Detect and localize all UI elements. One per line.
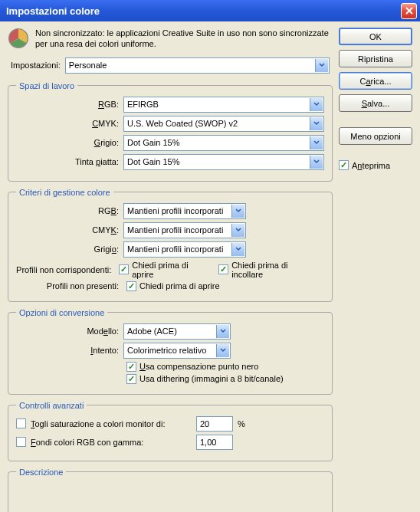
ask-open-checkbox[interactable]	[119, 264, 129, 274]
ask-paste-checkbox[interactable]	[218, 264, 228, 274]
chevron-down-icon	[310, 117, 323, 130]
chevron-down-icon	[310, 136, 323, 149]
chevron-down-icon	[231, 243, 244, 256]
policy-rgb-label: RGB:	[16, 206, 123, 215]
dither-label: Usa dithering (immagini a 8 bit/canale)	[139, 374, 284, 383]
blend-checkbox[interactable]	[16, 437, 26, 447]
intent-select[interactable]: Colorimetrico relativo	[123, 343, 231, 359]
description-legend: Descrizione	[16, 468, 66, 477]
sync-warning: Non sincronizzato: le applicazioni Creat…	[8, 28, 333, 50]
conversion-group: Opzioni di conversione Modello: Adobe (A…	[8, 308, 333, 395]
window-title: Impostazioni colore	[6, 5, 401, 17]
cmyk-label: CMYK:	[16, 119, 123, 128]
desat-unit: %	[238, 419, 245, 428]
settings-label: Impostazioni:	[11, 61, 61, 70]
policy-cmyk-label: CMYK:	[16, 225, 123, 235]
bpc-checkbox[interactable]	[126, 362, 136, 372]
settings-value: Personale	[69, 61, 107, 70]
desat-input[interactable]	[196, 416, 233, 432]
spot-select[interactable]: Dot Gain 15%	[123, 154, 324, 170]
workspaces-legend: Spazi di lavoro	[16, 81, 77, 90]
chevron-down-icon	[216, 344, 229, 357]
settings-select[interactable]: Personale	[65, 57, 330, 74]
missing-label: Profili non presenti:	[16, 281, 123, 290]
chevron-down-icon	[231, 224, 244, 237]
titlebar: Impostazioni colore	[0, 0, 420, 21]
workspaces-group: Spazi di lavoro RGB: EFIRGB CMYK: U.S. W…	[8, 81, 333, 182]
dialog-content: Non sincronizzato: le applicazioni Creat…	[0, 21, 420, 512]
intent-label: Intento:	[16, 346, 123, 355]
cmyk-select[interactable]: U.S. Web Coated (SWOP) v2	[123, 116, 324, 132]
preview-checkbox[interactable]	[339, 160, 349, 170]
chevron-down-icon	[231, 205, 244, 218]
fewer-options-button[interactable]: Meno opzioni	[339, 127, 412, 145]
rgb-select[interactable]: EFIRGB	[123, 97, 324, 113]
engine-select[interactable]: Adobe (ACE)	[123, 323, 231, 340]
ask-open2-checkbox[interactable]	[126, 281, 136, 291]
left-panel: Non sincronizzato: le applicazioni Creat…	[8, 28, 333, 512]
chevron-down-icon	[216, 325, 229, 338]
bpc-label: Usa compensazione punto nero	[139, 362, 258, 371]
desat-label: Togli saturazione a colori monitor di:	[31, 419, 192, 428]
chevron-down-icon	[310, 156, 323, 169]
advanced-legend: Controlli avanzati	[16, 401, 87, 410]
sync-icon	[8, 28, 29, 49]
gray-select[interactable]: Dot Gain 15%	[123, 135, 324, 151]
policies-legend: Criteri di gestione colore	[16, 188, 113, 197]
load-button[interactable]: Carica...	[339, 72, 412, 90]
chevron-down-icon	[315, 59, 328, 72]
ask-open-label: Chiedi prima di aprire	[132, 261, 206, 279]
right-panel: OK Ripristina Carica... Salva... Meno op…	[339, 28, 412, 512]
close-button[interactable]	[401, 3, 417, 19]
conversion-legend: Opzioni di conversione	[16, 308, 107, 317]
sync-text: Non sincronizzato: le applicazioni Creat…	[35, 28, 333, 50]
ask-paste-label: Chiedi prima di incollare	[231, 261, 315, 279]
close-icon	[405, 6, 414, 15]
advanced-group: Controlli avanzati Togli saturazione a c…	[8, 401, 333, 461]
policy-gray-select[interactable]: Mantieni profili incorporati	[123, 241, 246, 258]
spot-label: Tinta piatta:	[16, 157, 123, 166]
ask-open2-label: Chiedi prima di aprire	[139, 281, 220, 290]
policies-group: Criteri di gestione colore RGB: Mantieni…	[8, 188, 333, 302]
ok-button[interactable]: OK	[339, 28, 412, 45]
rgb-label: RGB:	[16, 100, 123, 109]
desat-checkbox[interactable]	[16, 418, 26, 428]
chevron-down-icon	[310, 98, 323, 111]
description-group: Descrizione	[8, 468, 333, 512]
policy-cmyk-select[interactable]: Mantieni profili incorporati	[123, 222, 246, 238]
policy-gray-label: Grigio:	[16, 245, 123, 254]
reset-button[interactable]: Ripristina	[339, 50, 412, 67]
preview-label: Anteprima	[352, 161, 390, 170]
settings-row: Impostazioni: Personale	[8, 57, 333, 74]
policy-rgb-select[interactable]: Mantieni profili incorporati	[123, 203, 246, 219]
gray-label: Grigio:	[16, 138, 123, 147]
blend-input[interactable]	[196, 435, 233, 450]
blend-label: Fondi colori RGB con gamma:	[31, 438, 192, 447]
engine-label: Modello:	[16, 327, 123, 336]
dither-checkbox[interactable]	[126, 374, 136, 384]
mismatch-label: Profili non corrispondenti:	[16, 265, 116, 274]
save-button[interactable]: Salva...	[339, 94, 412, 112]
